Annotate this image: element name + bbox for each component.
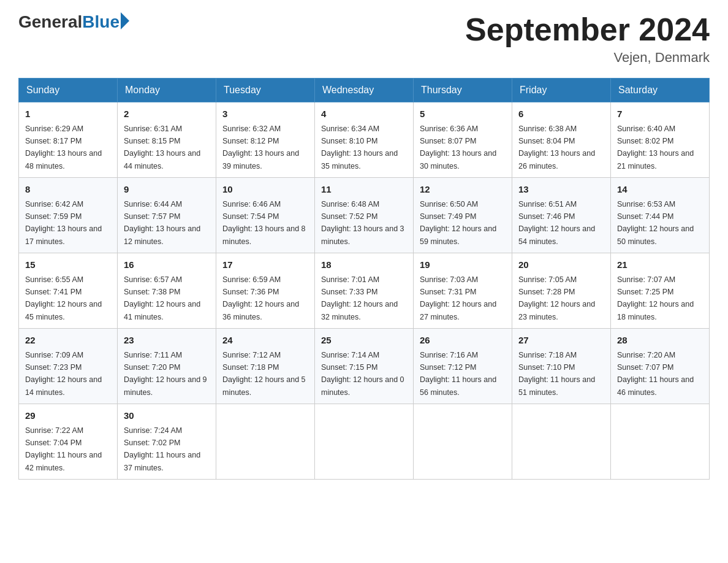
table-row <box>512 404 611 480</box>
table-row: 10 Sunrise: 6:46 AMSunset: 7:54 PMDaylig… <box>216 178 315 253</box>
day-info: Sunrise: 7:11 AMSunset: 7:20 PMDaylight:… <box>124 351 207 397</box>
table-row: 15 Sunrise: 6:55 AMSunset: 7:41 PMDaylig… <box>19 253 118 329</box>
day-info: Sunrise: 6:53 AMSunset: 7:44 PMDaylight:… <box>617 200 694 246</box>
day-number: 24 <box>222 334 308 348</box>
day-info: Sunrise: 7:03 AMSunset: 7:31 PMDaylight:… <box>420 275 496 321</box>
day-number: 4 <box>321 107 407 121</box>
day-number: 20 <box>518 258 604 272</box>
table-row: 29 Sunrise: 7:22 AMSunset: 7:04 PMDaylig… <box>19 404 118 480</box>
col-header-wednesday: Wednesday <box>315 79 414 102</box>
table-row: 24 Sunrise: 7:12 AMSunset: 7:18 PMDaylig… <box>216 329 315 404</box>
table-row: 3 Sunrise: 6:32 AMSunset: 8:12 PMDayligh… <box>216 102 315 178</box>
day-number: 8 <box>25 183 111 197</box>
logo-blue-text: Blue <box>82 12 119 32</box>
table-row: 25 Sunrise: 7:14 AMSunset: 7:15 PMDaylig… <box>315 329 414 404</box>
day-info: Sunrise: 7:14 AMSunset: 7:15 PMDaylight:… <box>321 351 404 397</box>
day-info: Sunrise: 6:48 AMSunset: 7:52 PMDaylight:… <box>321 200 404 246</box>
col-header-friday: Friday <box>512 79 611 102</box>
table-row: 22 Sunrise: 7:09 AMSunset: 7:23 PMDaylig… <box>19 329 118 404</box>
day-number: 6 <box>518 107 604 121</box>
day-info: Sunrise: 7:18 AMSunset: 7:10 PMDaylight:… <box>518 351 595 397</box>
table-row <box>414 404 512 480</box>
col-header-sunday: Sunday <box>19 79 118 102</box>
day-number: 26 <box>420 334 506 348</box>
table-row: 27 Sunrise: 7:18 AMSunset: 7:10 PMDaylig… <box>512 329 611 404</box>
calendar-week-3: 15 Sunrise: 6:55 AMSunset: 7:41 PMDaylig… <box>19 253 710 329</box>
table-row: 9 Sunrise: 6:44 AMSunset: 7:57 PMDayligh… <box>118 178 216 253</box>
table-row: 28 Sunrise: 7:20 AMSunset: 7:07 PMDaylig… <box>611 329 710 404</box>
day-info: Sunrise: 6:55 AMSunset: 7:41 PMDaylight:… <box>25 275 102 321</box>
day-number: 29 <box>25 409 111 423</box>
table-row: 4 Sunrise: 6:34 AMSunset: 8:10 PMDayligh… <box>315 102 414 178</box>
day-number: 10 <box>222 183 308 197</box>
day-info: Sunrise: 7:09 AMSunset: 7:23 PMDaylight:… <box>25 351 102 397</box>
calendar-week-2: 8 Sunrise: 6:42 AMSunset: 7:59 PMDayligh… <box>19 178 710 253</box>
day-number: 27 <box>518 334 604 348</box>
table-row: 1 Sunrise: 6:29 AMSunset: 8:17 PMDayligh… <box>19 102 118 178</box>
day-number: 7 <box>617 107 703 121</box>
day-info: Sunrise: 7:01 AMSunset: 7:33 PMDaylight:… <box>321 275 398 321</box>
day-info: Sunrise: 6:59 AMSunset: 7:36 PMDaylight:… <box>222 275 299 321</box>
col-header-monday: Monday <box>118 79 216 102</box>
logo-arrow-icon <box>121 12 129 29</box>
day-number: 14 <box>617 183 703 197</box>
table-row: 26 Sunrise: 7:16 AMSunset: 7:12 PMDaylig… <box>414 329 512 404</box>
day-number: 15 <box>25 258 111 272</box>
day-number: 22 <box>25 334 111 348</box>
table-row <box>315 404 414 480</box>
calendar-week-1: 1 Sunrise: 6:29 AMSunset: 8:17 PMDayligh… <box>19 102 710 178</box>
day-info: Sunrise: 6:38 AMSunset: 8:04 PMDaylight:… <box>518 124 595 170</box>
table-row: 6 Sunrise: 6:38 AMSunset: 8:04 PMDayligh… <box>512 102 611 178</box>
table-row: 12 Sunrise: 6:50 AMSunset: 7:49 PMDaylig… <box>414 178 512 253</box>
day-number: 1 <box>25 107 111 121</box>
col-header-saturday: Saturday <box>611 79 710 102</box>
table-row: 20 Sunrise: 7:05 AMSunset: 7:28 PMDaylig… <box>512 253 611 329</box>
logo-general-text: General <box>18 12 82 32</box>
day-info: Sunrise: 6:46 AMSunset: 7:54 PMDaylight:… <box>222 200 306 246</box>
day-info: Sunrise: 6:42 AMSunset: 7:59 PMDaylight:… <box>25 200 102 246</box>
calendar-header-row: Sunday Monday Tuesday Wednesday Thursday… <box>19 79 710 102</box>
table-row: 11 Sunrise: 6:48 AMSunset: 7:52 PMDaylig… <box>315 178 414 253</box>
day-info: Sunrise: 6:51 AMSunset: 7:46 PMDaylight:… <box>518 200 595 246</box>
day-number: 19 <box>420 258 506 272</box>
day-number: 23 <box>124 334 210 348</box>
day-info: Sunrise: 7:12 AMSunset: 7:18 PMDaylight:… <box>222 351 306 397</box>
day-number: 9 <box>124 183 210 197</box>
day-number: 3 <box>222 107 308 121</box>
table-row: 14 Sunrise: 6:53 AMSunset: 7:44 PMDaylig… <box>611 178 710 253</box>
calendar-week-4: 22 Sunrise: 7:09 AMSunset: 7:23 PMDaylig… <box>19 329 710 404</box>
location-subtitle: Vejen, Denmark <box>465 50 710 66</box>
col-header-thursday: Thursday <box>414 79 512 102</box>
day-number: 21 <box>617 258 703 272</box>
day-info: Sunrise: 6:50 AMSunset: 7:49 PMDaylight:… <box>420 200 496 246</box>
day-number: 16 <box>124 258 210 272</box>
table-row: 8 Sunrise: 6:42 AMSunset: 7:59 PMDayligh… <box>19 178 118 253</box>
day-info: Sunrise: 6:57 AMSunset: 7:38 PMDaylight:… <box>124 275 200 321</box>
table-row: 21 Sunrise: 7:07 AMSunset: 7:25 PMDaylig… <box>611 253 710 329</box>
table-row: 2 Sunrise: 6:31 AMSunset: 8:15 PMDayligh… <box>118 102 216 178</box>
calendar-table: Sunday Monday Tuesday Wednesday Thursday… <box>18 78 710 480</box>
table-row <box>611 404 710 480</box>
table-row: 18 Sunrise: 7:01 AMSunset: 7:33 PMDaylig… <box>315 253 414 329</box>
logo: General Blue <box>18 12 129 32</box>
page-header: General Blue September 2024 Vejen, Denma… <box>18 12 710 66</box>
day-info: Sunrise: 7:16 AMSunset: 7:12 PMDaylight:… <box>420 351 496 397</box>
day-info: Sunrise: 6:44 AMSunset: 7:57 PMDaylight:… <box>124 200 200 246</box>
table-row <box>216 404 315 480</box>
day-number: 28 <box>617 334 703 348</box>
table-row: 13 Sunrise: 6:51 AMSunset: 7:46 PMDaylig… <box>512 178 611 253</box>
day-number: 5 <box>420 107 506 121</box>
day-info: Sunrise: 7:07 AMSunset: 7:25 PMDaylight:… <box>617 275 694 321</box>
day-number: 30 <box>124 409 210 423</box>
table-row: 7 Sunrise: 6:40 AMSunset: 8:02 PMDayligh… <box>611 102 710 178</box>
day-info: Sunrise: 6:31 AMSunset: 8:15 PMDaylight:… <box>124 124 200 170</box>
day-info: Sunrise: 7:05 AMSunset: 7:28 PMDaylight:… <box>518 275 595 321</box>
table-row: 23 Sunrise: 7:11 AMSunset: 7:20 PMDaylig… <box>118 329 216 404</box>
day-number: 11 <box>321 183 407 197</box>
table-row: 19 Sunrise: 7:03 AMSunset: 7:31 PMDaylig… <box>414 253 512 329</box>
month-year-title: September 2024 <box>465 12 710 47</box>
day-info: Sunrise: 7:20 AMSunset: 7:07 PMDaylight:… <box>617 351 694 397</box>
day-info: Sunrise: 6:34 AMSunset: 8:10 PMDaylight:… <box>321 124 398 170</box>
day-info: Sunrise: 6:36 AMSunset: 8:07 PMDaylight:… <box>420 124 496 170</box>
col-header-tuesday: Tuesday <box>216 79 315 102</box>
